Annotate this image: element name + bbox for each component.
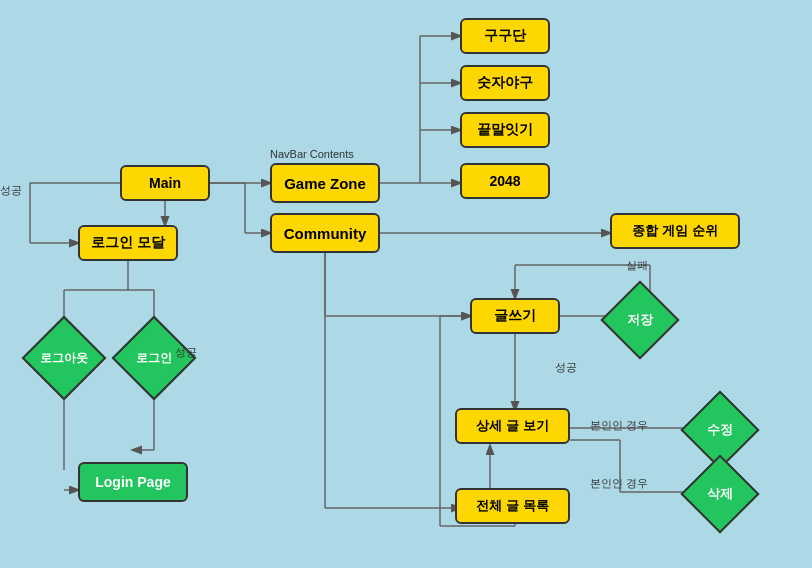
logout-diamond: 로그아웃 <box>28 340 100 376</box>
flowchart-diagram: Main 로그인 모달 로그아웃 로그인 Login Page NavBar C… <box>0 0 812 568</box>
gugutan-node: 구구단 <box>460 18 550 54</box>
gamezone-node: Game Zone <box>270 163 380 203</box>
login-page-node: Login Page <box>78 462 188 502</box>
login-modal-node: 로그인 모달 <box>78 225 178 261</box>
navbar-label: NavBar Contents <box>270 148 354 160</box>
success-right-label: 성공 <box>555 360 577 375</box>
main-node: Main <box>120 165 210 201</box>
write-node: 글쓰기 <box>470 298 560 334</box>
success-left-label: 성공 <box>0 183 22 198</box>
save-diamond: 저장 <box>608 288 672 352</box>
owner-del-label: 본인인 경우 <box>590 476 648 491</box>
owner-edit-label: 본인인 경우 <box>590 418 648 433</box>
ending-node: 끝말잇기 <box>460 112 550 148</box>
ranking-node: 종합 게임 순위 <box>610 213 740 249</box>
edit-diamond: 수정 <box>688 398 752 462</box>
delete-diamond: 삭제 <box>688 462 752 526</box>
detail-node: 상세 글 보기 <box>455 408 570 444</box>
community-node: Community <box>270 213 380 253</box>
fail-label: 실패 <box>626 258 648 273</box>
baseball-node: 숫자야구 <box>460 65 550 101</box>
n2048-node: 2048 <box>460 163 550 199</box>
list-node: 전체 글 목록 <box>455 488 570 524</box>
login-diamond: 로그인 <box>118 340 190 376</box>
